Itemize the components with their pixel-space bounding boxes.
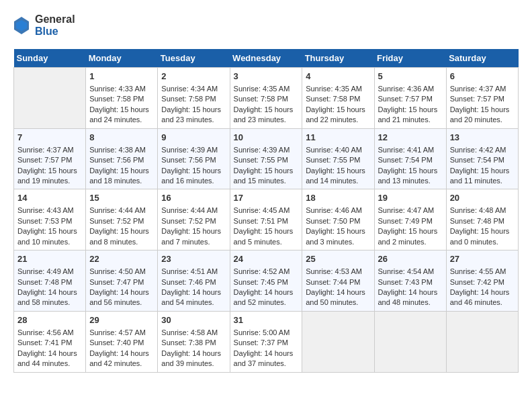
day-number: 3 — [234, 71, 299, 83]
logo: General Blue — [13, 13, 75, 38]
day-number: 23 — [161, 253, 226, 265]
day-number: 1 — [89, 71, 154, 83]
day-number: 22 — [89, 253, 154, 265]
day-number: 31 — [234, 314, 299, 326]
logo-shape-icon — [13, 16, 30, 35]
day-number: 17 — [234, 192, 299, 204]
calendar-cell: 21Sunrise: 4:49 AMSunset: 7:48 PMDayligh… — [14, 250, 86, 312]
calendar-cell: 4Sunrise: 4:35 AMSunset: 7:58 PMDaylight… — [302, 67, 374, 128]
day-number: 8 — [89, 132, 154, 144]
calendar-cell — [374, 311, 446, 372]
calendar-cell: 6Sunrise: 4:37 AMSunset: 7:57 PMDaylight… — [446, 67, 518, 128]
day-info: Sunrise: 4:42 AMSunset: 7:54 PMDaylight:… — [450, 146, 510, 185]
calendar-cell: 26Sunrise: 4:54 AMSunset: 7:43 PMDayligh… — [374, 250, 446, 312]
calendar-cell: 9Sunrise: 4:39 AMSunset: 7:56 PMDaylight… — [158, 128, 230, 189]
column-header-friday: Friday — [374, 49, 446, 68]
day-info: Sunrise: 4:38 AMSunset: 7:56 PMDaylight:… — [89, 146, 149, 185]
day-info: Sunrise: 4:55 AMSunset: 7:42 PMDaylight:… — [450, 267, 510, 306]
calendar-cell: 20Sunrise: 4:48 AMSunset: 7:48 PMDayligh… — [446, 189, 518, 250]
day-info: Sunrise: 4:49 AMSunset: 7:48 PMDaylight:… — [17, 267, 77, 306]
day-info: Sunrise: 4:56 AMSunset: 7:41 PMDaylight:… — [17, 328, 77, 367]
day-number: 6 — [450, 71, 515, 83]
header-row: SundayMondayTuesdayWednesdayThursdayFrid… — [14, 49, 519, 68]
calendar-cell: 11Sunrise: 4:40 AMSunset: 7:55 PMDayligh… — [302, 128, 374, 189]
day-info: Sunrise: 4:44 AMSunset: 7:52 PMDaylight:… — [89, 206, 149, 245]
week-row-3: 14Sunrise: 4:43 AMSunset: 7:53 PMDayligh… — [14, 189, 519, 250]
day-number: 16 — [161, 192, 226, 204]
week-row-5: 28Sunrise: 4:56 AMSunset: 7:41 PMDayligh… — [14, 311, 519, 372]
calendar-cell: 10Sunrise: 4:39 AMSunset: 7:55 PMDayligh… — [230, 128, 302, 189]
day-info: Sunrise: 4:39 AMSunset: 7:55 PMDaylight:… — [234, 146, 294, 185]
day-number: 11 — [306, 132, 370, 144]
logo-general: General — [35, 13, 75, 26]
day-info: Sunrise: 4:47 AMSunset: 7:49 PMDaylight:… — [378, 206, 438, 245]
day-info: Sunrise: 4:40 AMSunset: 7:55 PMDaylight:… — [306, 146, 365, 185]
column-header-saturday: Saturday — [446, 49, 518, 68]
calendar-cell: 7Sunrise: 4:37 AMSunset: 7:57 PMDaylight… — [14, 128, 86, 189]
calendar-cell: 12Sunrise: 4:41 AMSunset: 7:54 PMDayligh… — [374, 128, 446, 189]
day-info: Sunrise: 4:51 AMSunset: 7:46 PMDaylight:… — [161, 267, 221, 306]
day-number: 29 — [89, 314, 154, 326]
logo-blue: Blue — [35, 26, 75, 38]
day-number: 25 — [306, 253, 370, 265]
day-number: 13 — [450, 132, 515, 144]
calendar-cell: 25Sunrise: 4:53 AMSunset: 7:44 PMDayligh… — [302, 250, 374, 312]
day-info: Sunrise: 4:53 AMSunset: 7:44 PMDaylight:… — [306, 267, 365, 306]
day-number: 5 — [378, 71, 443, 83]
calendar-table: SundayMondayTuesdayWednesdayThursdayFrid… — [13, 49, 519, 373]
day-number: 24 — [234, 253, 299, 265]
day-number: 2 — [161, 71, 226, 83]
page-header: General Blue — [13, 13, 519, 38]
day-info: Sunrise: 4:50 AMSunset: 7:47 PMDaylight:… — [89, 267, 149, 306]
column-header-wednesday: Wednesday — [230, 49, 302, 68]
calendar-cell: 5Sunrise: 4:36 AMSunset: 7:57 PMDaylight… — [374, 67, 446, 128]
day-info: Sunrise: 4:36 AMSunset: 7:57 PMDaylight:… — [378, 85, 438, 124]
calendar-cell: 16Sunrise: 4:44 AMSunset: 7:52 PMDayligh… — [158, 189, 230, 250]
day-info: Sunrise: 4:58 AMSunset: 7:38 PMDaylight:… — [161, 328, 221, 367]
calendar-cell: 18Sunrise: 4:46 AMSunset: 7:50 PMDayligh… — [302, 189, 374, 250]
day-info: Sunrise: 4:35 AMSunset: 7:58 PMDaylight:… — [306, 85, 365, 124]
day-number: 26 — [378, 253, 443, 265]
day-number: 7 — [17, 132, 82, 144]
day-info: Sunrise: 4:33 AMSunset: 7:58 PMDaylight:… — [89, 85, 149, 124]
calendar-cell: 27Sunrise: 4:55 AMSunset: 7:42 PMDayligh… — [446, 250, 518, 312]
day-number: 30 — [161, 314, 226, 326]
calendar-cell: 29Sunrise: 4:57 AMSunset: 7:40 PMDayligh… — [86, 311, 158, 372]
day-number: 19 — [378, 192, 443, 204]
calendar-cell: 22Sunrise: 4:50 AMSunset: 7:47 PMDayligh… — [86, 250, 158, 312]
day-info: Sunrise: 4:57 AMSunset: 7:40 PMDaylight:… — [89, 328, 149, 367]
day-number: 4 — [306, 71, 370, 83]
week-row-1: 1Sunrise: 4:33 AMSunset: 7:58 PMDaylight… — [14, 67, 519, 128]
day-number: 27 — [450, 253, 515, 265]
calendar-cell: 24Sunrise: 4:52 AMSunset: 7:45 PMDayligh… — [230, 250, 302, 312]
day-info: Sunrise: 4:43 AMSunset: 7:53 PMDaylight:… — [17, 206, 77, 245]
day-number: 14 — [17, 192, 82, 204]
day-info: Sunrise: 4:34 AMSunset: 7:58 PMDaylight:… — [161, 85, 221, 124]
day-number: 9 — [161, 132, 226, 144]
column-header-tuesday: Tuesday — [158, 49, 230, 68]
week-row-4: 21Sunrise: 4:49 AMSunset: 7:48 PMDayligh… — [14, 250, 519, 312]
day-number: 18 — [306, 192, 370, 204]
day-info: Sunrise: 4:48 AMSunset: 7:48 PMDaylight:… — [450, 206, 510, 245]
calendar-cell: 19Sunrise: 4:47 AMSunset: 7:49 PMDayligh… — [374, 189, 446, 250]
column-header-thursday: Thursday — [302, 49, 374, 68]
calendar-cell — [302, 311, 374, 372]
day-number: 20 — [450, 192, 515, 204]
calendar-cell: 14Sunrise: 4:43 AMSunset: 7:53 PMDayligh… — [14, 189, 86, 250]
day-info: Sunrise: 4:37 AMSunset: 7:57 PMDaylight:… — [17, 146, 77, 185]
calendar-cell: 30Sunrise: 4:58 AMSunset: 7:38 PMDayligh… — [158, 311, 230, 372]
calendar-cell: 13Sunrise: 4:42 AMSunset: 7:54 PMDayligh… — [446, 128, 518, 189]
calendar-cell: 28Sunrise: 4:56 AMSunset: 7:41 PMDayligh… — [14, 311, 86, 372]
day-number: 12 — [378, 132, 443, 144]
day-number: 28 — [17, 314, 82, 326]
calendar-cell — [446, 311, 518, 372]
calendar-cell: 3Sunrise: 4:35 AMSunset: 7:58 PMDaylight… — [230, 67, 302, 128]
day-info: Sunrise: 4:35 AMSunset: 7:58 PMDaylight:… — [234, 85, 294, 124]
day-info: Sunrise: 4:54 AMSunset: 7:43 PMDaylight:… — [378, 267, 438, 306]
calendar-cell: 15Sunrise: 4:44 AMSunset: 7:52 PMDayligh… — [86, 189, 158, 250]
day-info: Sunrise: 4:45 AMSunset: 7:51 PMDaylight:… — [234, 206, 294, 245]
day-number: 21 — [17, 253, 82, 265]
calendar-cell: 1Sunrise: 4:33 AMSunset: 7:58 PMDaylight… — [86, 67, 158, 128]
column-header-sunday: Sunday — [14, 49, 86, 68]
day-info: Sunrise: 4:41 AMSunset: 7:54 PMDaylight:… — [378, 146, 438, 185]
